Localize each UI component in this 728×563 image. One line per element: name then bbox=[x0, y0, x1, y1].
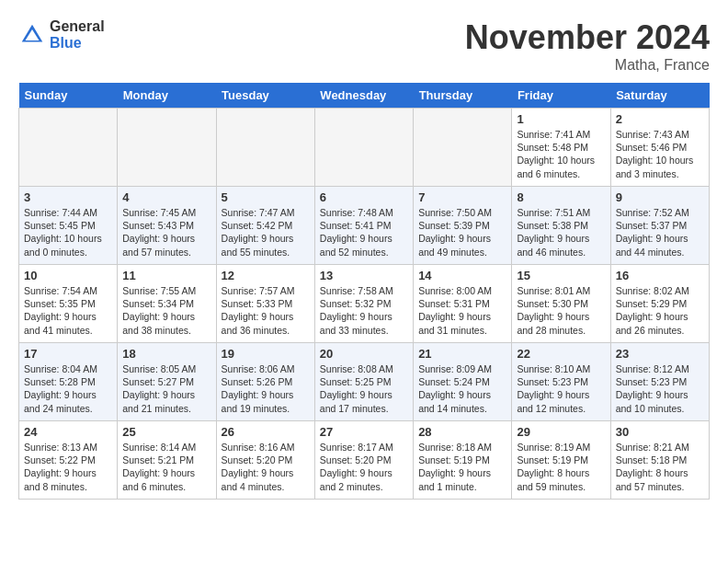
calendar-cell: 29Sunrise: 8:19 AM Sunset: 5:19 PM Dayli… bbox=[512, 421, 610, 500]
weekday-header-sunday: Sunday bbox=[19, 83, 118, 109]
day-info: Sunrise: 7:57 AM Sunset: 5:33 PM Dayligh… bbox=[222, 284, 310, 337]
day-number: 1 bbox=[517, 112, 605, 126]
calendar-cell: 14Sunrise: 8:00 AM Sunset: 5:31 PM Dayli… bbox=[414, 265, 512, 343]
calendar-cell: 19Sunrise: 8:06 AM Sunset: 5:26 PM Dayli… bbox=[216, 343, 314, 421]
day-info: Sunrise: 8:17 AM Sunset: 5:20 PM Dayligh… bbox=[320, 441, 408, 493]
week-row-5: 24Sunrise: 8:13 AM Sunset: 5:22 PM Dayli… bbox=[19, 421, 710, 500]
week-row-2: 3Sunrise: 7:44 AM Sunset: 5:45 PM Daylig… bbox=[19, 187, 710, 265]
weekday-header-friday: Friday bbox=[512, 83, 610, 109]
day-number: 30 bbox=[616, 425, 704, 439]
day-number: 27 bbox=[320, 425, 408, 439]
calendar-cell bbox=[414, 109, 512, 187]
day-number: 14 bbox=[418, 269, 506, 282]
day-info: Sunrise: 7:50 AM Sunset: 5:39 PM Dayligh… bbox=[418, 206, 506, 259]
day-info: Sunrise: 7:55 AM Sunset: 5:34 PM Dayligh… bbox=[122, 284, 210, 337]
day-number: 29 bbox=[517, 425, 605, 439]
calendar-cell: 25Sunrise: 8:14 AM Sunset: 5:21 PM Dayli… bbox=[118, 421, 216, 500]
calendar-cell: 18Sunrise: 8:05 AM Sunset: 5:27 PM Dayli… bbox=[118, 343, 216, 421]
calendar-cell bbox=[216, 109, 314, 187]
calendar-cell: 9Sunrise: 7:52 AM Sunset: 5:37 PM Daylig… bbox=[610, 187, 709, 265]
logo-blue-text: Blue bbox=[50, 35, 105, 52]
weekday-header-saturday: Saturday bbox=[610, 83, 709, 109]
calendar-cell: 5Sunrise: 7:47 AM Sunset: 5:42 PM Daylig… bbox=[216, 187, 314, 265]
calendar-cell bbox=[118, 109, 216, 187]
weekday-header-wednesday: Wednesday bbox=[314, 83, 413, 109]
day-number: 22 bbox=[517, 347, 605, 361]
day-number: 9 bbox=[616, 190, 704, 204]
day-number: 19 bbox=[222, 347, 310, 361]
day-info: Sunrise: 7:51 AM Sunset: 5:38 PM Dayligh… bbox=[517, 206, 605, 259]
calendar-body: 1Sunrise: 7:41 AM Sunset: 5:48 PM Daylig… bbox=[19, 109, 710, 500]
day-info: Sunrise: 8:01 AM Sunset: 5:30 PM Dayligh… bbox=[517, 284, 605, 337]
day-number: 15 bbox=[517, 269, 605, 282]
day-number: 12 bbox=[222, 269, 310, 282]
calendar-cell: 1Sunrise: 7:41 AM Sunset: 5:48 PM Daylig… bbox=[512, 109, 610, 187]
calendar-cell: 27Sunrise: 8:17 AM Sunset: 5:20 PM Dayli… bbox=[314, 421, 413, 500]
day-number: 21 bbox=[418, 347, 506, 361]
day-number: 8 bbox=[517, 190, 605, 204]
logo-text: General Blue bbox=[50, 18, 105, 51]
calendar-table: SundayMondayTuesdayWednesdayThursdayFrid… bbox=[18, 83, 710, 500]
day-number: 28 bbox=[418, 425, 506, 439]
day-info: Sunrise: 7:43 AM Sunset: 5:46 PM Dayligh… bbox=[616, 128, 704, 180]
day-info: Sunrise: 8:12 AM Sunset: 5:23 PM Dayligh… bbox=[616, 362, 704, 415]
day-number: 7 bbox=[418, 190, 506, 204]
day-info: Sunrise: 8:00 AM Sunset: 5:31 PM Dayligh… bbox=[418, 284, 506, 337]
calendar-cell: 23Sunrise: 8:12 AM Sunset: 5:23 PM Dayli… bbox=[610, 343, 709, 421]
location: Matha, France bbox=[465, 57, 710, 74]
day-number: 6 bbox=[320, 190, 408, 204]
calendar-cell: 11Sunrise: 7:55 AM Sunset: 5:34 PM Dayli… bbox=[118, 265, 216, 343]
calendar-cell: 7Sunrise: 7:50 AM Sunset: 5:39 PM Daylig… bbox=[414, 187, 512, 265]
calendar-cell: 17Sunrise: 8:04 AM Sunset: 5:28 PM Dayli… bbox=[19, 343, 118, 421]
day-info: Sunrise: 8:21 AM Sunset: 5:18 PM Dayligh… bbox=[616, 441, 704, 493]
day-info: Sunrise: 7:54 AM Sunset: 5:35 PM Dayligh… bbox=[24, 284, 112, 337]
day-info: Sunrise: 8:04 AM Sunset: 5:28 PM Dayligh… bbox=[24, 362, 112, 415]
day-number: 25 bbox=[122, 425, 210, 439]
day-number: 13 bbox=[320, 269, 408, 282]
day-number: 26 bbox=[222, 425, 310, 439]
day-info: Sunrise: 7:41 AM Sunset: 5:48 PM Dayligh… bbox=[517, 128, 605, 180]
calendar-cell: 28Sunrise: 8:18 AM Sunset: 5:19 PM Dayli… bbox=[414, 421, 512, 500]
day-number: 2 bbox=[616, 112, 704, 126]
calendar-cell: 24Sunrise: 8:13 AM Sunset: 5:22 PM Dayli… bbox=[19, 421, 118, 500]
day-number: 23 bbox=[616, 347, 704, 361]
day-info: Sunrise: 7:44 AM Sunset: 5:45 PM Dayligh… bbox=[24, 206, 112, 259]
day-info: Sunrise: 8:08 AM Sunset: 5:25 PM Dayligh… bbox=[320, 362, 408, 415]
weekday-header-row: SundayMondayTuesdayWednesdayThursdayFrid… bbox=[19, 83, 710, 109]
day-number: 10 bbox=[24, 269, 112, 282]
logo-general-text: General bbox=[50, 18, 105, 35]
calendar-cell: 8Sunrise: 7:51 AM Sunset: 5:38 PM Daylig… bbox=[512, 187, 610, 265]
day-info: Sunrise: 7:52 AM Sunset: 5:37 PM Dayligh… bbox=[616, 206, 704, 259]
day-info: Sunrise: 7:45 AM Sunset: 5:43 PM Dayligh… bbox=[122, 206, 210, 259]
calendar-cell: 2Sunrise: 7:43 AM Sunset: 5:46 PM Daylig… bbox=[610, 109, 709, 187]
calendar-cell: 12Sunrise: 7:57 AM Sunset: 5:33 PM Dayli… bbox=[216, 265, 314, 343]
day-info: Sunrise: 8:13 AM Sunset: 5:22 PM Dayligh… bbox=[24, 441, 112, 493]
calendar-cell: 3Sunrise: 7:44 AM Sunset: 5:45 PM Daylig… bbox=[19, 187, 118, 265]
day-info: Sunrise: 8:05 AM Sunset: 5:27 PM Dayligh… bbox=[122, 362, 210, 415]
header: General Blue November 2024 Matha, France bbox=[18, 18, 710, 74]
weekday-header-tuesday: Tuesday bbox=[216, 83, 314, 109]
calendar-cell: 13Sunrise: 7:58 AM Sunset: 5:32 PM Dayli… bbox=[314, 265, 413, 343]
day-number: 17 bbox=[24, 347, 112, 361]
calendar-cell bbox=[314, 109, 413, 187]
title-area: November 2024 Matha, France bbox=[465, 18, 710, 74]
day-number: 3 bbox=[24, 190, 112, 204]
calendar-cell: 30Sunrise: 8:21 AM Sunset: 5:18 PM Dayli… bbox=[610, 421, 709, 500]
day-info: Sunrise: 8:02 AM Sunset: 5:29 PM Dayligh… bbox=[616, 284, 704, 337]
logo: General Blue bbox=[18, 18, 105, 51]
day-number: 5 bbox=[222, 190, 310, 204]
weekday-header-thursday: Thursday bbox=[414, 83, 512, 109]
day-info: Sunrise: 8:10 AM Sunset: 5:23 PM Dayligh… bbox=[517, 362, 605, 415]
day-info: Sunrise: 8:09 AM Sunset: 5:24 PM Dayligh… bbox=[418, 362, 506, 415]
calendar-cell: 6Sunrise: 7:48 AM Sunset: 5:41 PM Daylig… bbox=[314, 187, 413, 265]
week-row-4: 17Sunrise: 8:04 AM Sunset: 5:28 PM Dayli… bbox=[19, 343, 710, 421]
day-info: Sunrise: 8:06 AM Sunset: 5:26 PM Dayligh… bbox=[222, 362, 310, 415]
day-info: Sunrise: 8:19 AM Sunset: 5:19 PM Dayligh… bbox=[517, 441, 605, 493]
calendar-cell bbox=[19, 109, 118, 187]
week-row-3: 10Sunrise: 7:54 AM Sunset: 5:35 PM Dayli… bbox=[19, 265, 710, 343]
weekday-header-monday: Monday bbox=[118, 83, 216, 109]
calendar-cell: 22Sunrise: 8:10 AM Sunset: 5:23 PM Dayli… bbox=[512, 343, 610, 421]
calendar-cell: 20Sunrise: 8:08 AM Sunset: 5:25 PM Dayli… bbox=[314, 343, 413, 421]
day-number: 18 bbox=[122, 347, 210, 361]
day-number: 4 bbox=[122, 190, 210, 204]
